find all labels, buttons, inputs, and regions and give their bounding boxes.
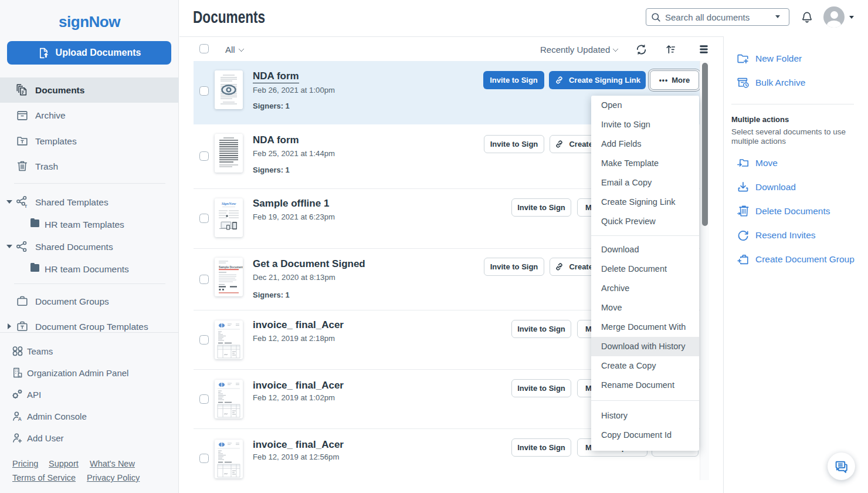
svg-text:SignNow: SignNow	[222, 201, 236, 205]
svg-text:Sample Document: Sample Document	[219, 266, 243, 269]
svg-text:A: A	[18, 416, 22, 422]
svg-text:T: T	[25, 204, 28, 208]
